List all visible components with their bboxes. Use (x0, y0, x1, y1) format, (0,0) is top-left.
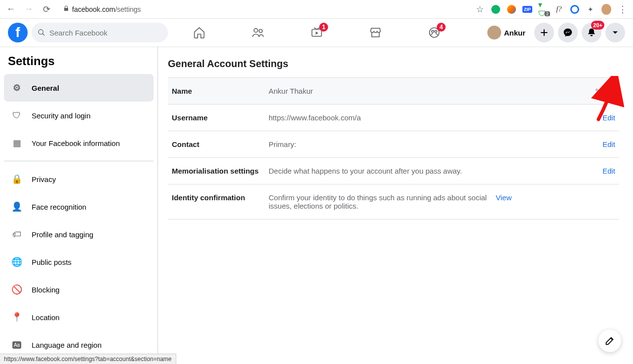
block-icon: 🚫 (8, 281, 26, 298)
tag-icon: 🏷 (8, 225, 26, 243)
row-memorial: Memorialisation settings Decide what hap… (168, 158, 619, 184)
search-box[interactable] (32, 23, 168, 42)
profile-avatar-icon[interactable] (601, 4, 611, 14)
svg-point-6 (432, 31, 434, 33)
chevron-down-icon (610, 28, 620, 37)
row-value: Ankur Thakur (269, 87, 595, 95)
ext-f-icon[interactable]: f? (554, 4, 564, 14)
row-value: Decide what happens to your account afte… (269, 167, 602, 175)
row-value: Primary: (269, 140, 602, 148)
forward-button[interactable]: → (22, 2, 36, 16)
sidebar-item-label: Privacy (32, 175, 56, 183)
sidebar-item-your-info[interactable]: ▦ Your Facebook information (4, 129, 154, 157)
search-icon (38, 29, 45, 36)
search-input[interactable] (49, 29, 162, 37)
view-identity-link[interactable]: View (496, 193, 512, 202)
browser-menu-icon[interactable]: ⋮ (617, 4, 627, 14)
row-label: Memorialisation settings (172, 167, 269, 175)
globe-icon: 🌐 (8, 253, 26, 271)
edit-contact-link[interactable]: Edit (602, 140, 615, 148)
ext-shield-icon[interactable]: ▾🛡2 (538, 4, 548, 14)
sidebar-item-public[interactable]: 🌐 Public posts (4, 248, 154, 276)
sidebar-item-blocking[interactable]: 🚫 Blocking (4, 276, 154, 303)
sidebar-item-label: Public posts (32, 258, 72, 266)
sidebar-item-label: General (32, 84, 59, 92)
status-bar: https://www.facebook.com/settings?tab=ac… (0, 354, 176, 364)
sidebar-item-general[interactable]: ⚙ General (4, 74, 154, 102)
sidebar-title: Settings (4, 54, 154, 74)
gear-icon: ⚙ (8, 79, 26, 97)
language-icon: Aa (8, 336, 26, 354)
ext-blue-circle-icon[interactable] (570, 4, 580, 14)
row-value: Confirm your identity to do things such … (269, 193, 496, 210)
lock-icon (63, 5, 69, 13)
right-nav: Ankur 20+ (485, 23, 625, 42)
center-nav: 1 4 (172, 19, 462, 46)
messenger-button[interactable] (558, 23, 578, 42)
facebook-logo[interactable]: f (8, 23, 28, 42)
notifications-badge: 20+ (591, 21, 604, 30)
nav-groups[interactable]: 4 (407, 21, 462, 44)
row-label: Identity confirmation (172, 193, 269, 202)
notifications-button[interactable]: 20+ (582, 23, 601, 42)
edit-memorial-link[interactable]: Edit (602, 167, 615, 175)
row-label: Name (172, 87, 269, 95)
ext-grammarly-icon[interactable] (491, 4, 501, 14)
sidebar-item-label: Location (32, 313, 60, 322)
sidebar: Settings ⚙ General 🛡 Security and login … (0, 46, 158, 364)
shield-icon: 🛡 (8, 107, 26, 124)
url-domain: facebook.com (72, 5, 115, 13)
compose-button[interactable] (598, 329, 621, 352)
row-label: Contact (172, 140, 269, 148)
sidebar-item-location[interactable]: 📍 Location (4, 303, 154, 331)
sidebar-item-face[interactable]: 👤 Face recognition (4, 193, 154, 220)
sidebar-item-label: Face recognition (32, 203, 86, 211)
main: Settings ⚙ General 🛡 Security and login … (0, 46, 633, 364)
nav-friends[interactable] (231, 21, 285, 44)
profile-link[interactable]: Ankur (485, 24, 530, 41)
pencil-icon: ✎ (595, 87, 600, 95)
profile-name: Ankur (504, 29, 525, 37)
address-bar[interactable]: facebook.com/settings (57, 3, 471, 15)
sidebar-item-label: Security and login (32, 111, 90, 120)
ext-zip-icon[interactable]: ZIP (522, 4, 532, 14)
edit-username-link[interactable]: Edit (602, 113, 615, 122)
sidebar-item-tagging[interactable]: 🏷 Profile and tagging (4, 220, 154, 248)
sidebar-item-label: Blocking (32, 286, 60, 294)
lock-icon: 🔒 (8, 170, 26, 188)
nav-watch[interactable]: 1 (289, 21, 344, 44)
plus-icon (539, 28, 549, 37)
extension-icons: ☆ ZIP ▾🛡2 f? ✦ ⋮ (475, 4, 629, 14)
svg-point-3 (259, 30, 262, 33)
bookmark-star-icon[interactable]: ☆ (475, 4, 485, 14)
svg-point-2 (254, 29, 258, 33)
face-icon: 👤 (8, 198, 26, 216)
sidebar-item-privacy[interactable]: 🔒 Privacy (4, 165, 154, 193)
extensions-puzzle-icon[interactable]: ✦ (586, 4, 595, 14)
edit-name-link[interactable]: ✎ Edit (595, 87, 615, 95)
row-identity: Identity confirmation Confirm your ident… (168, 184, 619, 219)
nav-home[interactable] (172, 21, 227, 44)
facebook-header: f 1 4 Ankur (0, 19, 633, 46)
back-button[interactable]: ← (4, 2, 18, 16)
reload-button[interactable]: ⟳ (40, 2, 53, 16)
sidebar-item-label: Your Facebook information (32, 139, 120, 147)
marketplace-icon (369, 26, 382, 39)
svg-point-0 (39, 30, 43, 34)
account-menu-button[interactable] (605, 23, 625, 42)
nav-marketplace[interactable] (348, 21, 403, 44)
location-icon: 📍 (8, 308, 26, 326)
create-button[interactable] (534, 23, 554, 42)
browser-toolbar: ← → ⟳ facebook.com/settings ☆ ZIP ▾🛡2 f?… (0, 0, 633, 19)
groups-badge: 4 (437, 23, 446, 32)
messenger-icon (563, 28, 573, 37)
grid-icon: ▦ (8, 134, 26, 152)
ext-swirl-icon[interactable] (507, 4, 516, 14)
watch-badge: 1 (319, 23, 328, 32)
row-name: Name Ankur Thakur ✎ Edit (168, 78, 619, 105)
sidebar-item-label: Profile and tagging (32, 230, 93, 239)
svg-point-7 (435, 31, 436, 33)
compose-icon (604, 335, 615, 346)
sidebar-item-security[interactable]: 🛡 Security and login (4, 102, 154, 129)
friends-icon (251, 26, 264, 39)
